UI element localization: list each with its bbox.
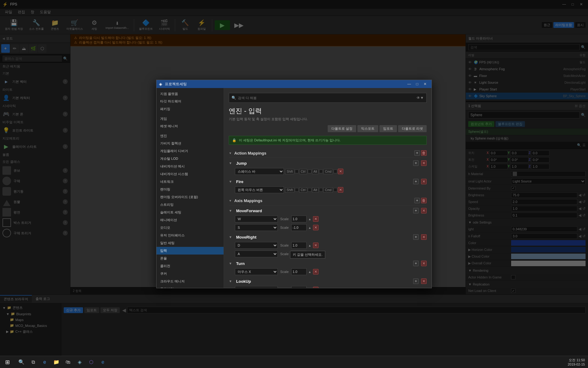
- mr-delete-btn[interactable]: ✕: [421, 234, 427, 240]
- taskbar-task-view[interactable]: ⧉: [28, 357, 39, 368]
- sidebar-item-slate[interactable]: 슬레이트 세팅: [156, 209, 224, 216]
- mf-s-select[interactable]: S: [235, 224, 278, 231]
- mf-add-btn[interactable]: +: [413, 208, 419, 213]
- sidebar-item-audio[interactable]: 오디오: [156, 224, 224, 232]
- mr-a-select[interactable]: A: [235, 251, 278, 257]
- mf-s-scale[interactable]: [291, 224, 307, 231]
- turn-expand[interactable]: ▼: [229, 262, 234, 265]
- taskbar-unreal[interactable]: ◈: [74, 357, 85, 368]
- start-button[interactable]: ⊞: [0, 356, 15, 368]
- fire-expand[interactable]: ▼: [229, 180, 234, 183]
- lookup-add-btn[interactable]: +: [413, 278, 419, 284]
- action-mappings-header[interactable]: ▼ Action Mappings + 🗑: [229, 148, 427, 158]
- fire-add-btn[interactable]: +: [413, 179, 419, 184]
- sidebar-item-gc[interactable]: 가비지 컬렉션: [156, 140, 224, 147]
- fire-alt-cb[interactable]: [319, 188, 323, 192]
- action-delete-btn[interactable]: 🗑: [421, 150, 427, 156]
- jump-key-delete[interactable]: ✕: [338, 169, 343, 174]
- axis-add-btn[interactable]: +: [414, 198, 420, 203]
- jump-add-btn[interactable]: +: [413, 160, 419, 166]
- mr-d-select[interactable]: D: [235, 242, 278, 249]
- sidebar-item-crowd[interactable]: 크라우드 메니저: [156, 278, 224, 285]
- import-btn[interactable]: 임포트: [379, 125, 397, 132]
- turn-mousex-select[interactable]: 마우스 X: [235, 268, 278, 275]
- axis-delete-btn[interactable]: 🗑: [421, 198, 427, 203]
- sidebar-item-rendering[interactable]: 렌더링: [156, 186, 224, 193]
- mr-a-scale[interactable]: [291, 251, 307, 257]
- mr-expand[interactable]: ▼: [229, 235, 234, 239]
- fire-key-select[interactable]: 왼쪽 마우스 버튼: [235, 186, 284, 193]
- fire-delete-btn[interactable]: ✕: [421, 179, 427, 184]
- jump-delete-btn[interactable]: ✕: [421, 160, 427, 166]
- turn-delete-btn[interactable]: ✕: [421, 261, 427, 266]
- modal-maximize[interactable]: □: [413, 80, 421, 88]
- mf-w-scale[interactable]: [291, 216, 307, 222]
- mr-a-delete[interactable]: ✕: [313, 251, 318, 257]
- sidebar-item-nav-mesh[interactable]: 내비게이션 메시: [156, 163, 224, 170]
- taskbar-store[interactable]: 🛍: [62, 357, 74, 368]
- modal-minimize[interactable]: —: [405, 80, 413, 88]
- sidebar-item-gameplay-debug[interactable]: 게임플레이 디버거: [156, 147, 224, 155]
- fire-cmd-cb[interactable]: [334, 188, 337, 192]
- action-add-btn[interactable]: +: [414, 150, 420, 156]
- mf-w-delete[interactable]: ✕: [313, 216, 318, 222]
- lookup-mousey-delete[interactable]: ✕: [313, 287, 318, 288]
- lookup-mousey-select[interactable]: 마우스 Y: [235, 286, 278, 288]
- export-btn[interactable]: 익스포트: [357, 125, 378, 132]
- mf-s-up[interactable]: ▲: [308, 226, 311, 229]
- sidebar-item-anim[interactable]: 애니메이션: [156, 216, 224, 224]
- sidebar-item-asset[interactable]: 에셋 메니저: [156, 122, 224, 130]
- modal-close[interactable]: ✕: [421, 80, 429, 88]
- turn-add-btn[interactable]: +: [413, 261, 419, 266]
- mr-add-btn[interactable]: +: [413, 234, 419, 240]
- sidebar-item-nav-sys[interactable]: 내비게이션 시스템: [156, 170, 224, 178]
- modal-search-input[interactable]: [236, 96, 417, 100]
- jump-alt-cb[interactable]: [319, 170, 323, 173]
- taskbar-explorer[interactable]: 📁: [51, 357, 62, 368]
- fire-ctrl-cb[interactable]: [308, 188, 311, 192]
- mr-a-up[interactable]: ▲: [308, 252, 311, 256]
- sidebar-item-rendering-override[interactable]: 렌더링 오버라이드 (로컬): [156, 193, 224, 201]
- sidebar-item-network[interactable]: 네트워크: [156, 178, 224, 186]
- turn-up[interactable]: ▲: [308, 270, 311, 274]
- default-settings-btn[interactable]: 다폴트로 설정: [328, 125, 356, 132]
- default-restore-btn[interactable]: 다폴트로 리셋: [398, 125, 427, 132]
- taskbar-vs[interactable]: ⬡: [86, 357, 97, 368]
- jump-shift-cb[interactable]: [295, 170, 299, 173]
- mr-d-scale[interactable]: [291, 242, 307, 249]
- sidebar-item-cooker[interactable]: 쿠커: [156, 270, 224, 278]
- taskbar-edge[interactable]: e: [39, 357, 50, 368]
- jump-ctrl-cb[interactable]: [308, 170, 311, 173]
- sidebar-item-general[interactable]: 일반 세팅: [156, 239, 224, 247]
- lookup-mousey-scale[interactable]: [291, 286, 307, 288]
- fire-shift-cb[interactable]: [295, 188, 299, 192]
- sidebar-item-tutorial[interactable]: 튜토리얼: [156, 285, 224, 288]
- sidebar-item-packaging[interactable]: 패키징: [156, 105, 224, 113]
- jump-cmd-cb[interactable]: [334, 170, 337, 173]
- sidebar-item-ui[interactable]: 유저 인터페이스: [156, 232, 224, 239]
- sidebar-item-target[interactable]: 타깃 하드웨어: [156, 98, 224, 105]
- mf-w-up[interactable]: ▲: [308, 217, 311, 221]
- sidebar-item-font[interactable]: 폰율: [156, 255, 224, 262]
- turn-mousex-scale[interactable]: [291, 268, 307, 275]
- lookup-expand[interactable]: ▼: [229, 279, 234, 283]
- mr-d-delete[interactable]: ✕: [313, 243, 318, 248]
- taskbar-search[interactable]: 🔍: [16, 357, 27, 368]
- modal-overlay[interactable]: ◈ 프로젝트세팅 — □ ✕ 지원 플랫폼 타깃 하드웨어 패키징 게임 에셋 …: [0, 0, 588, 368]
- jump-key-select[interactable]: 스페이스 바: [235, 168, 284, 175]
- sidebar-item-input[interactable]: 입력: [156, 247, 224, 255]
- mf-delete-btn[interactable]: ✕: [421, 208, 427, 213]
- sidebar-item-lod[interactable]: 게슈탈 LOD: [156, 155, 224, 163]
- sidebar-item-streaming[interactable]: 스트리밍: [156, 201, 224, 209]
- mf-w-select[interactable]: W: [235, 216, 278, 222]
- lookup-up[interactable]: ▲: [308, 288, 311, 288]
- mr-d-up[interactable]: ▲: [308, 244, 311, 247]
- lookup-delete-btn[interactable]: ✕: [421, 278, 427, 284]
- mf-expand[interactable]: ▼: [229, 209, 234, 213]
- fire-key-delete[interactable]: ✕: [338, 187, 343, 193]
- jump-expand[interactable]: ▼: [229, 161, 234, 165]
- mf-s-delete[interactable]: ✕: [313, 225, 318, 230]
- taskbar-ie[interactable]: e: [97, 357, 108, 368]
- sidebar-item-collision[interactable]: 콜리전: [156, 262, 224, 270]
- turn-mousex-delete[interactable]: ✕: [313, 269, 318, 274]
